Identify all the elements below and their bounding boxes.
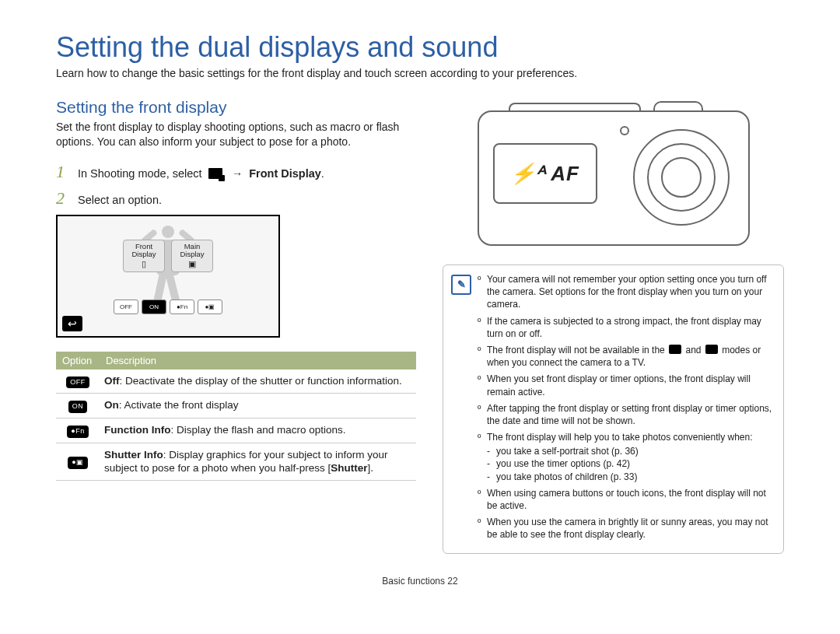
mode-icon	[669, 345, 681, 354]
on-chip-icon: ON	[68, 401, 88, 413]
list-item: When using camera buttons or touch icons…	[478, 487, 772, 512]
off-option[interactable]: OFF	[114, 299, 138, 314]
display-tabs: Front Display ▯ Main Display ▣	[123, 240, 213, 272]
shutter-option[interactable]: ●▣	[198, 299, 222, 314]
intro-text: Learn how to change the basic settings f…	[56, 67, 784, 79]
manual-page: Setting the dual displays and sound Lear…	[0, 0, 840, 602]
page-footer: Basic functions 22	[56, 576, 784, 587]
list-item: The front display will not be available …	[478, 344, 772, 369]
fn-chip-icon: ●Fn	[67, 426, 88, 438]
note-box: ✎ Your camera will not remember your opt…	[443, 264, 784, 554]
col-description: Description	[100, 352, 416, 370]
page-title: Setting the dual displays and sound	[56, 31, 784, 64]
list-item: you take a self-portrait shot (p. 36)	[487, 445, 772, 457]
step-number: 2	[56, 188, 70, 208]
list-item: you use the timer options (p. 42)	[487, 457, 772, 470]
options-table: Option Description OFF Off: Deactivate t…	[56, 352, 416, 481]
back-button[interactable]: ↩	[62, 316, 82, 331]
front-display-text: ⚡ᴬ AF	[493, 143, 597, 204]
note-icon: ✎	[451, 275, 471, 295]
arrow-icon: →	[232, 167, 243, 180]
table-row: ON On: Activate the front display	[56, 394, 416, 419]
fn-option[interactable]: ●Fn	[170, 299, 194, 314]
step-1-text: In Shooting mode, select → Front Display…	[78, 167, 324, 180]
display-screenshot: Front Display ▯ Main Display ▣ OFF ON ●F…	[56, 215, 280, 338]
list-item: When you set front display or timer opti…	[478, 373, 772, 398]
main-display-tab[interactable]: Main Display ▣	[171, 240, 213, 272]
table-row: ●Fn Function Info: Display the ﬂash and …	[56, 419, 416, 443]
table-row: OFF Off: Deactivate the display of the s…	[56, 370, 416, 394]
table-row: ●▣ Shutter Info: Display graphics for yo…	[56, 443, 416, 480]
menu-icon	[208, 168, 222, 179]
section-paragraph: Set the front display to display shootin…	[56, 120, 416, 149]
list-item: After tapping the front display or setti…	[478, 402, 772, 427]
step-1: 1 In Shooting mode, select → Front Displ…	[56, 162, 416, 182]
off-chip-icon: OFF	[66, 377, 89, 389]
camera-illustration: ⚡ᴬ AF	[478, 98, 750, 246]
col-option: Option	[56, 352, 100, 370]
on-option[interactable]: ON	[142, 299, 166, 314]
step-2: 2 Select an option.	[56, 188, 416, 208]
two-column-layout: Setting the front display Set the front …	[56, 98, 784, 554]
lens-icon	[633, 129, 730, 226]
section-heading: Setting the front display	[56, 98, 416, 117]
front-display-icon: ▯	[125, 259, 163, 268]
display-option-row: OFF ON ●Fn ●▣	[114, 299, 222, 314]
list-item: you take photos of children (p. 33)	[487, 471, 772, 483]
shutter-chip-icon: ●▣	[68, 457, 87, 469]
list-item: The front display will help you to take …	[478, 431, 772, 483]
right-column: ⚡ᴬ AF ✎ Your camera will not remember yo…	[443, 98, 784, 554]
main-display-icon: ▣	[173, 259, 211, 268]
step-2-text: Select an option.	[78, 194, 162, 206]
mode-icon	[705, 345, 718, 354]
list-item: When you use the camera in brightly lit …	[478, 516, 772, 541]
left-column: Setting the front display Set the front …	[56, 98, 416, 554]
step-number: 1	[56, 162, 70, 182]
list-item: Your camera will not remember your optio…	[478, 273, 772, 311]
list-item: If the camera is subjected to a strong i…	[478, 315, 772, 340]
front-display-tab[interactable]: Front Display ▯	[123, 240, 165, 272]
